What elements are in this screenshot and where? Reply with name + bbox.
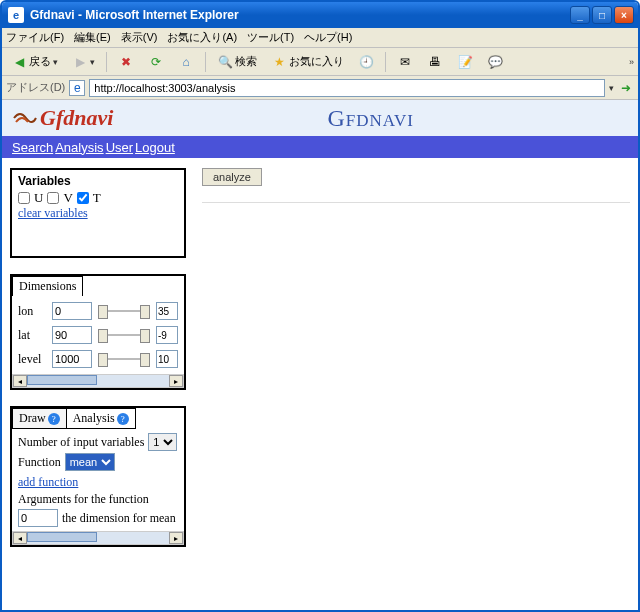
stop-icon: ✖ (118, 54, 134, 70)
dim-level-to-input[interactable] (156, 350, 178, 368)
edit-button[interactable]: 📝 (452, 51, 478, 73)
nav-logout[interactable]: Logout (135, 140, 175, 155)
scroll-right-button[interactable]: ▸ (169, 375, 183, 387)
discuss-icon: 💬 (487, 54, 503, 70)
nav-search[interactable]: Search (12, 140, 53, 155)
dim-lon-label: lon (18, 304, 48, 319)
analyze-button[interactable]: analyze (202, 168, 262, 186)
menu-view[interactable]: 表示(V) (121, 30, 158, 45)
address-dropdown[interactable]: ▾ (609, 83, 614, 93)
discuss-button[interactable]: 💬 (482, 51, 508, 73)
dim-lat-label: lat (18, 328, 48, 343)
print-icon: 🖶 (427, 54, 443, 70)
back-icon: ◀ (11, 54, 27, 70)
search-icon: 🔍 (217, 54, 233, 70)
back-label: 戻る (29, 54, 51, 69)
analysis-scrollbar[interactable]: ◂ ▸ (12, 531, 184, 545)
draw-tab[interactable]: Draw ? (12, 408, 67, 429)
logo: Gfdnavi (12, 105, 113, 131)
dim-lon-to-input[interactable] (156, 302, 178, 320)
variables-panel: Variables U V T clear variables (10, 168, 186, 258)
menu-tools[interactable]: ツール(T) (247, 30, 294, 45)
dim-lat-to-input[interactable] (156, 326, 178, 344)
main-nav: Search Analysis User Logout (2, 136, 638, 158)
clear-variables-link[interactable]: clear variables (18, 206, 88, 220)
toolbar-separator (385, 52, 386, 72)
menubar: ファイル(F) 編集(E) 表示(V) お気に入り(A) ツール(T) ヘルプ(… (2, 28, 638, 48)
stop-button[interactable]: ✖ (113, 51, 139, 73)
dim-lat-from-input[interactable] (52, 326, 92, 344)
window-close-button[interactable]: × (614, 6, 634, 24)
window-titlebar: e Gfdnavi - Microsoft Internet Explorer … (2, 2, 638, 28)
address-label: アドレス(D) (6, 80, 65, 95)
divider (202, 202, 630, 203)
draw-tab-label: Draw (19, 411, 46, 426)
search-label: 検索 (235, 54, 257, 69)
forward-icon: ▶ (72, 54, 88, 70)
dim-lon-slider[interactable] (98, 307, 150, 315)
back-button[interactable]: ◀ 戻る ▾ (6, 51, 63, 73)
print-button[interactable]: 🖶 (422, 51, 448, 73)
chevron-down-icon: ▾ (53, 57, 58, 67)
forward-button[interactable]: ▶ ▾ (67, 51, 100, 73)
var-t-label: T (93, 190, 101, 206)
history-button[interactable]: 🕘 (353, 51, 379, 73)
refresh-icon: ⟳ (148, 54, 164, 70)
var-v-checkbox[interactable] (47, 192, 59, 204)
home-button[interactable]: ⌂ (173, 51, 199, 73)
toolbar: ◀ 戻る ▾ ▶ ▾ ✖ ⟳ ⌂ 🔍 検索 ★ お気に入り 🕘 ✉ 🖶 📝 💬 … (2, 48, 638, 76)
toolbar-separator (205, 52, 206, 72)
dimensions-scrollbar[interactable]: ◂ ▸ (12, 374, 184, 388)
dim-level-slider[interactable] (98, 355, 150, 363)
scroll-left-button[interactable]: ◂ (13, 532, 27, 544)
scroll-thumb[interactable] (27, 375, 97, 385)
add-function-link[interactable]: add function (18, 475, 78, 490)
history-icon: 🕘 (358, 54, 374, 70)
help-icon[interactable]: ? (117, 413, 129, 425)
scroll-left-button[interactable]: ◂ (13, 375, 27, 387)
edit-icon: 📝 (457, 54, 473, 70)
mail-button[interactable]: ✉ (392, 51, 418, 73)
address-input[interactable] (89, 79, 605, 97)
scroll-thumb[interactable] (27, 532, 97, 542)
toolbar-overflow[interactable]: » (629, 57, 634, 67)
dim-lon-from-input[interactable] (52, 302, 92, 320)
nav-user[interactable]: User (106, 140, 133, 155)
menu-favorites[interactable]: お気に入り(A) (167, 30, 237, 45)
page-body: Gfdnavi Gfdnavi Search Analysis User Log… (2, 100, 638, 610)
page-header: Gfdnavi Gfdnavi (2, 100, 638, 136)
dim-level-from-input[interactable] (52, 350, 92, 368)
menu-help[interactable]: ヘルプ(H) (304, 30, 352, 45)
window-maximize-button[interactable]: □ (592, 6, 612, 24)
var-u-label: U (34, 190, 43, 206)
star-icon: ★ (271, 54, 287, 70)
menu-edit[interactable]: 編集(E) (74, 30, 111, 45)
args-label: Arguments for the function (18, 492, 149, 507)
arg-desc: the dimension for mean (62, 511, 176, 526)
scroll-right-button[interactable]: ▸ (169, 532, 183, 544)
page-icon: e (69, 80, 85, 96)
main-area: analyze (202, 168, 630, 547)
dim-level-label: level (18, 352, 48, 367)
logo-text: Gfdnavi (40, 105, 113, 131)
search-button[interactable]: 🔍 検索 (212, 51, 262, 73)
logo-mark-icon (12, 108, 38, 128)
favorites-button[interactable]: ★ お気に入り (266, 51, 349, 73)
menu-file[interactable]: ファイル(F) (6, 30, 64, 45)
var-u-checkbox[interactable] (18, 192, 30, 204)
help-icon[interactable]: ? (48, 413, 60, 425)
nav-analysis[interactable]: Analysis (55, 140, 103, 155)
function-label: Function (18, 455, 61, 470)
mail-icon: ✉ (397, 54, 413, 70)
go-icon[interactable]: ➜ (618, 80, 634, 96)
num-inputs-label: Number of input variables (18, 435, 144, 450)
function-select[interactable]: mean (65, 453, 115, 471)
arg-value-input[interactable] (18, 509, 58, 527)
num-inputs-select[interactable]: 1 (148, 433, 177, 451)
window-minimize-button[interactable]: _ (570, 6, 590, 24)
analysis-tab[interactable]: Analysis ? (66, 408, 136, 429)
dim-lat-slider[interactable] (98, 331, 150, 339)
var-t-checkbox[interactable] (77, 192, 89, 204)
refresh-button[interactable]: ⟳ (143, 51, 169, 73)
dimensions-tab[interactable]: Dimensions (12, 276, 83, 296)
